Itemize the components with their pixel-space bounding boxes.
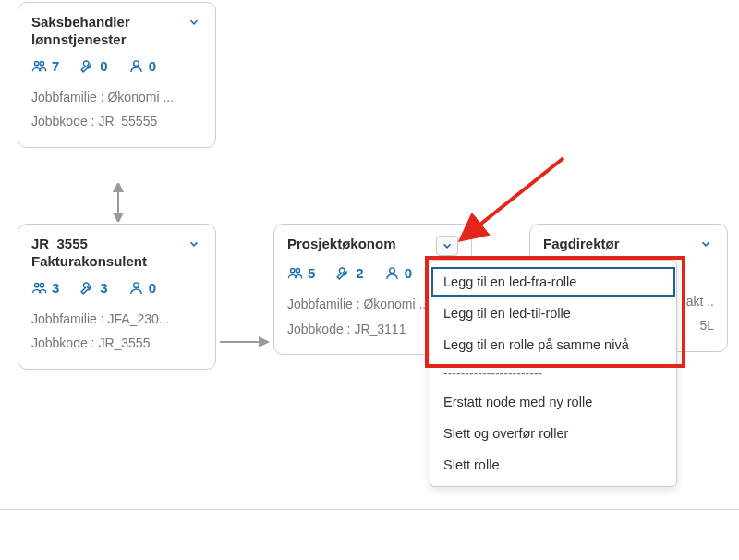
svg-point-0 xyxy=(35,61,39,65)
connector-horizontal xyxy=(218,335,272,349)
menu-item-add-same-level[interactable]: Legg til en rolle på samme nivå xyxy=(430,329,676,360)
stat-users: 0 xyxy=(128,58,156,74)
card-stats: 7 0 0 xyxy=(31,58,202,74)
svg-point-6 xyxy=(133,282,139,287)
stat-users-value: 0 xyxy=(149,58,156,74)
card-jobbfamilie: Jobbfamilie : Økonomi ... xyxy=(31,85,202,110)
stat-users: 0 xyxy=(128,280,156,296)
stat-people-value: 5 xyxy=(308,265,315,281)
svg-point-10 xyxy=(389,268,394,274)
card-title: Saksbehandler lønnstjenester xyxy=(31,14,186,49)
menu-item-delete-role[interactable]: Slett rolle xyxy=(430,449,676,481)
svg-point-5 xyxy=(40,283,43,286)
svg-point-9 xyxy=(296,269,299,273)
connector-vertical xyxy=(109,183,127,222)
node-card-fakturakonsulent[interactable]: JR_3555 Fakturakonsulent 3 3 0 Jobbfamil… xyxy=(18,224,216,370)
stat-tools-value: 2 xyxy=(356,265,363,281)
card-title: Prosjektøkonom xyxy=(287,236,436,253)
stat-people-value: 7 xyxy=(52,58,59,74)
chevron-down-icon[interactable] xyxy=(436,236,458,256)
svg-point-4 xyxy=(35,283,39,286)
card-title: Fagdirektør xyxy=(543,236,697,253)
stat-people: 7 xyxy=(31,58,59,74)
card-jobbkode: Jobbkode : JR_55555 xyxy=(31,109,202,134)
menu-item-add-led-fra[interactable]: Legg til en led-fra-rolle xyxy=(430,266,676,298)
svg-point-1 xyxy=(40,61,43,65)
menu-item-replace-node[interactable]: Erstatt node med ny rolle xyxy=(430,386,676,418)
stat-tools: 2 xyxy=(335,265,363,281)
card-stats: 3 3 0 xyxy=(31,280,202,296)
stat-people: 5 xyxy=(287,265,315,281)
card-title: JR_3555 Fakturakonsulent xyxy=(31,236,186,271)
separator-line xyxy=(0,509,739,510)
chevron-down-icon[interactable] xyxy=(186,236,202,252)
card-jobbkode: Jobbkode : JR_3555 xyxy=(31,331,202,356)
stat-users-value: 0 xyxy=(405,265,412,281)
menu-item-add-led-til[interactable]: Legg til en led-til-rolle xyxy=(430,298,676,329)
chevron-down-icon[interactable] xyxy=(186,14,202,30)
svg-point-8 xyxy=(291,269,295,273)
stat-tools: 0 xyxy=(79,58,107,74)
stat-people: 3 xyxy=(31,280,59,296)
svg-point-2 xyxy=(133,60,139,66)
context-menu[interactable]: Legg til en led-fra-rolle Legg til en le… xyxy=(430,260,677,487)
chevron-down-icon[interactable] xyxy=(697,236,714,252)
stat-users: 0 xyxy=(384,265,412,281)
stat-users-value: 0 xyxy=(149,280,156,296)
card-jobbfamilie: Jobbfamilie : JFA_230... xyxy=(31,307,202,332)
stat-tools-value: 0 xyxy=(100,58,107,74)
stat-people-value: 3 xyxy=(52,280,59,296)
stat-tools-value: 3 xyxy=(100,280,107,296)
menu-divider: ----------------------- xyxy=(430,360,676,386)
node-card-saksbehandler[interactable]: Saksbehandler lønnstjenester 7 0 0 Jobbf… xyxy=(18,2,216,148)
stat-tools: 3 xyxy=(79,280,107,296)
menu-item-delete-transfer[interactable]: Slett og overfør roller xyxy=(430,418,676,449)
